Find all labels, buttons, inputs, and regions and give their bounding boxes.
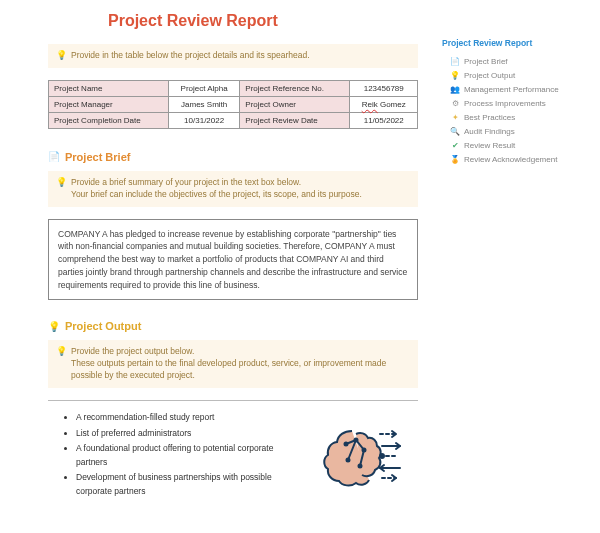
sidebar-item-label: Management Performance bbox=[464, 85, 559, 94]
cell-label: Project Name bbox=[49, 80, 169, 96]
cell-label: Project Completion Date bbox=[49, 112, 169, 128]
section-heading: 📄 Project Brief bbox=[48, 151, 418, 163]
sidebar-title[interactable]: Project Review Report bbox=[442, 38, 570, 48]
section-heading: 💡 Project Output bbox=[48, 320, 418, 332]
page-title: Project Review Report bbox=[108, 12, 418, 30]
sidebar-item-label: Review Result bbox=[464, 141, 515, 150]
sidebar-item-icon: 💡 bbox=[450, 71, 460, 80]
section-title: Project Brief bbox=[65, 151, 130, 163]
bulb-icon: 💡 bbox=[56, 346, 67, 356]
project-output-section: 💡 Project Output 💡 Provide the project o… bbox=[48, 320, 418, 500]
output-content: A recommendation-filled study reportList… bbox=[48, 400, 418, 501]
list-item: A recommendation-filled study report bbox=[76, 411, 302, 425]
cell-value: Project Alpha bbox=[168, 80, 239, 96]
list-item: List of preferred administrators bbox=[76, 427, 302, 441]
cell-value: 123456789 bbox=[350, 80, 418, 96]
outline-sidebar: Project Review Report 📄Project Brief💡Pro… bbox=[442, 12, 570, 521]
sidebar-item[interactable]: 👥Management Performance bbox=[442, 82, 570, 96]
bulb-icon: 💡 bbox=[48, 321, 60, 332]
sidebar-item[interactable]: 🏅Review Acknowledgement bbox=[442, 152, 570, 166]
table-row: Project Name Project Alpha Project Refer… bbox=[49, 80, 418, 96]
cell-label: Project Reference No. bbox=[240, 80, 350, 96]
sidebar-item-icon: ✦ bbox=[450, 113, 460, 122]
svg-point-5 bbox=[380, 454, 384, 458]
sidebar-item-icon: ⚙ bbox=[450, 99, 460, 108]
sidebar-item-label: Audit Findings bbox=[464, 127, 515, 136]
brief-text-box[interactable]: COMPANY A has pledged to increase revenu… bbox=[48, 219, 418, 301]
brief-hint: 💡 Provide a brief summary of your projec… bbox=[48, 171, 418, 207]
bulb-icon: 💡 bbox=[56, 177, 67, 187]
cell-label: Project Review Date bbox=[240, 112, 350, 128]
cell-label: Project Owner bbox=[240, 96, 350, 112]
spellcheck-word: Reik bbox=[362, 100, 378, 109]
list-item: Development of business partnerships wit… bbox=[76, 471, 302, 498]
sidebar-item[interactable]: ✔Review Result bbox=[442, 138, 570, 152]
project-details-table: Project Name Project Alpha Project Refer… bbox=[48, 80, 418, 129]
details-hint: 💡 Provide in the table below the project… bbox=[48, 44, 418, 68]
cell-value: James Smith bbox=[168, 96, 239, 112]
sidebar-list: 📄Project Brief💡Project Output👥Management… bbox=[442, 54, 570, 166]
output-hint: 💡 Provide the project output below. Thes… bbox=[48, 340, 418, 388]
document-icon: 📄 bbox=[48, 151, 60, 162]
main-content: Project Review Report 💡 Provide in the t… bbox=[48, 12, 418, 521]
sidebar-item-icon: ✔ bbox=[450, 141, 460, 150]
cell-value: 11/05/2022 bbox=[350, 112, 418, 128]
cell-label: Project Manager bbox=[49, 96, 169, 112]
table-row: Project Manager James Smith Project Owne… bbox=[49, 96, 418, 112]
output-hint-text: Provide the project output below. These … bbox=[71, 346, 410, 382]
sidebar-item-icon: 🔍 bbox=[450, 127, 460, 136]
sidebar-item[interactable]: 🔍Audit Findings bbox=[442, 124, 570, 138]
sidebar-item-icon: 📄 bbox=[450, 57, 460, 66]
sidebar-item-label: Best Practices bbox=[464, 113, 515, 122]
list-item: A foundational product offering to poten… bbox=[76, 442, 302, 469]
details-hint-text: Provide in the table below the project d… bbox=[71, 50, 310, 62]
sidebar-item[interactable]: ✦Best Practices bbox=[442, 110, 570, 124]
brief-hint-text: Provide a brief summary of your project … bbox=[71, 177, 362, 201]
cell-value: Reik Gomez bbox=[350, 96, 418, 112]
brain-illustration bbox=[318, 416, 418, 496]
sidebar-item-label: Project Output bbox=[464, 71, 515, 80]
sidebar-item-label: Review Acknowledgement bbox=[464, 155, 557, 164]
sidebar-item-label: Project Brief bbox=[464, 57, 508, 66]
sidebar-item-icon: 🏅 bbox=[450, 155, 460, 164]
sidebar-item-label: Process Improvements bbox=[464, 99, 546, 108]
output-list: A recommendation-filled study reportList… bbox=[48, 411, 302, 501]
sidebar-item-icon: 👥 bbox=[450, 85, 460, 94]
section-title: Project Output bbox=[65, 320, 141, 332]
sidebar-item[interactable]: 📄Project Brief bbox=[442, 54, 570, 68]
project-brief-section: 📄 Project Brief 💡 Provide a brief summar… bbox=[48, 151, 418, 301]
bulb-icon: 💡 bbox=[56, 50, 67, 60]
sidebar-item[interactable]: 💡Project Output bbox=[442, 68, 570, 82]
table-row: Project Completion Date 10/31/2022 Proje… bbox=[49, 112, 418, 128]
sidebar-item[interactable]: ⚙Process Improvements bbox=[442, 96, 570, 110]
cell-value: 10/31/2022 bbox=[168, 112, 239, 128]
